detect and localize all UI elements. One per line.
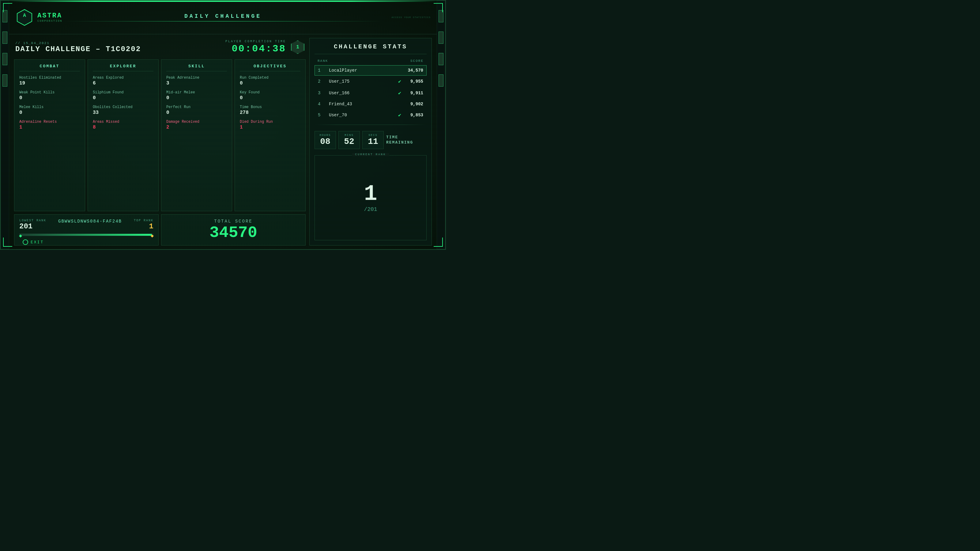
total-score-label: TOTAL SCORE (214, 219, 252, 224)
lb-name: LocalPlayer (329, 68, 401, 73)
stats-grid: COMBATHostiles Eliminated19Weak Point Ki… (14, 59, 305, 211)
exit-label: EXIT (30, 240, 44, 245)
lb-name: Friend_43 (329, 102, 401, 106)
rank-bar-header: LOWEST RANK 201 GBWWSLDNWS084-FAF24B TOP… (19, 219, 153, 230)
lb-verified-icon: ✔ (398, 90, 401, 96)
completion-time: 00:04:38 (232, 43, 286, 54)
lb-score: 9,911 (405, 91, 423, 95)
stat-item: Hostiles Eliminated19 (19, 76, 80, 86)
stat-card-skill: SKILLPeak Adrenaline3Mid-air Melee0Perfe… (161, 59, 232, 211)
time-remaining-label: TIMEREMAINING (386, 135, 413, 145)
stat-value: 2 (166, 125, 227, 130)
main-content: // 15_04_2021 DAILY CHALLENGE – T1C0202 … (9, 34, 437, 249)
score-col-header: SCORE (410, 59, 423, 63)
stat-item: Peak Adrenaline3 (166, 76, 227, 86)
side-notch-r4 (439, 75, 444, 87)
lowest-rank-value: 201 (19, 222, 46, 230)
side-panel-left (1, 1, 9, 249)
challenge-title-area: // 15_04_2021 DAILY CHALLENGE – T1C0202 (15, 41, 141, 53)
challenge-header: // 15_04_2021 DAILY CHALLENGE – T1C0202 … (14, 38, 305, 56)
logo-name: ASTRA (37, 12, 62, 20)
lowest-rank-label: LOWEST RANK 201 (19, 219, 46, 230)
stat-value: 278 (240, 110, 301, 115)
lb-rank: 4 (318, 102, 325, 106)
logo-hex: A (15, 8, 34, 27)
stat-label: Weak Point Kills (19, 90, 80, 95)
stat-label: Time Bonus (240, 105, 301, 109)
progress-bar-container (19, 233, 153, 236)
stat-label: Key Found (240, 90, 301, 95)
stat-item: Silphium Found0 (93, 90, 153, 101)
hours-value: 08 (320, 137, 331, 146)
stat-item: Key Found0 (240, 90, 301, 101)
side-notch-2 (2, 32, 7, 44)
lb-rank: 2 (318, 79, 325, 84)
secs-box: SECS 11 (362, 131, 384, 149)
completion-area: PLAYER COMPLETION TIME 00:04:38 1 (225, 40, 304, 54)
mins-label: MINS (342, 134, 356, 137)
stat-card-objectives: OBJECTIVESRun Completed0Key Found0Time B… (235, 59, 305, 211)
side-notch-r2 (439, 32, 444, 44)
exit-icon (23, 240, 28, 245)
side-notch-r3 (439, 53, 444, 65)
leaderboard-header: RANK SCORE (315, 58, 426, 64)
lb-verified-icon: ✔ (398, 112, 401, 118)
total-score-value: 34570 (210, 225, 257, 241)
stat-item: Mid-air Melee0 (166, 90, 227, 101)
stat-item: Time Bonus278 (240, 105, 301, 115)
header-center: DAILY CHALLENGE (64, 13, 382, 21)
mins-box: MINS 52 (339, 131, 360, 149)
stat-item: Obolites Collected33 (93, 105, 153, 115)
stat-label: Obolites Collected (93, 105, 153, 109)
stat-label: Perfect Run (166, 105, 227, 109)
stat-value: 0 (166, 110, 227, 115)
stat-label: Damage Received (166, 120, 227, 124)
stat-label: Areas Missed (93, 120, 153, 124)
leaderboard-row: 1LocalPlayer34,570 (315, 65, 426, 76)
stat-label: Adrenaline Resets (19, 120, 80, 124)
stat-value: 1 (19, 125, 80, 130)
stat-label: Areas Explored (93, 76, 153, 80)
stat-item: Died During Run1 (240, 120, 301, 130)
leaderboard-row: 5User_70✔9,853 (315, 109, 426, 121)
lb-name: User_70 (329, 113, 395, 118)
stat-label: Melee Kills (19, 105, 80, 109)
hours-box: HOURS 08 (315, 131, 336, 149)
leaderboard-row: 3User_166✔9,911 (315, 87, 426, 99)
current-rank-section: CURRENT RANK 1 /201 (315, 155, 426, 240)
stat-value: 33 (93, 110, 153, 115)
challenge-date: // 15_04_2021 (15, 41, 141, 45)
lb-rank: 1 (318, 68, 325, 73)
header-title: DAILY CHALLENGE (64, 13, 382, 19)
lb-rank: 3 (318, 91, 325, 95)
side-notch-3 (2, 53, 7, 65)
stat-item: Perfect Run0 (166, 105, 227, 115)
header: A ASTRA CORPORATION DAILY CHALLENGE ACCE… (9, 1, 437, 34)
right-panel: CHALLENGE STATS RANK SCORE 1LocalPlayer3… (309, 38, 432, 246)
left-panel: // 15_04_2021 DAILY CHALLENGE – T1C0202 … (14, 38, 305, 246)
stat-value: 0 (19, 110, 80, 115)
mins-value: 52 (344, 137, 354, 146)
header-right: ACCESS YOUR STATISTICS (382, 16, 431, 19)
stat-value: 0 (240, 81, 301, 86)
lb-name: User_166 (329, 91, 395, 95)
current-rank-value: 1 (364, 183, 377, 205)
stat-item: Run Completed0 (240, 76, 301, 86)
leaderboard-rows: 1LocalPlayer34,5702User_175✔9,9553User_1… (315, 65, 426, 121)
completion-label: PLAYER COMPLETION TIME 00:04:38 (225, 40, 286, 54)
svg-text:A: A (23, 13, 26, 18)
rank-col-header: RANK (318, 59, 328, 63)
side-notch-4 (2, 75, 7, 87)
time-remaining-section: HOURS 08 MINS 52 SECS 11 TIMEREMAINING (315, 129, 426, 151)
stat-value: 0 (240, 95, 301, 101)
exit-button[interactable]: EXIT (23, 240, 44, 245)
stat-item: Areas Explored6 (93, 76, 153, 86)
lb-verified-icon: ✔ (398, 78, 401, 84)
current-rank-label: CURRENT RANK (352, 153, 389, 156)
stat-value: 0 (166, 95, 227, 101)
stat-card-header: OBJECTIVES (240, 64, 301, 71)
stat-value: 0 (19, 95, 80, 101)
lowest-rank-small: LOWEST RANK (19, 219, 46, 222)
stat-item: Weak Point Kills0 (19, 90, 80, 101)
rank-badge: 1 (291, 40, 304, 54)
